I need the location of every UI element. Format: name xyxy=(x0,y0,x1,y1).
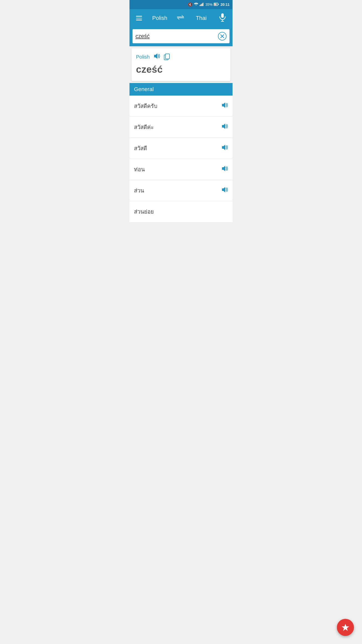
translation-text-2: สวัสดีค่ะ xyxy=(134,123,154,132)
list-item: ส่วนย่อย xyxy=(129,201,233,222)
play-button-1[interactable] xyxy=(221,102,228,110)
translation-text-1: สวัสดีครับ xyxy=(134,102,157,110)
swap-languages-button[interactable] xyxy=(175,15,186,22)
result-sound-button[interactable] xyxy=(153,53,160,61)
result-card: Polish cześć xyxy=(131,48,231,81)
translation-text-4: ท่อน xyxy=(134,165,145,174)
search-bar xyxy=(129,27,233,46)
battery-percent: 35% xyxy=(205,3,212,7)
svg-rect-2 xyxy=(202,4,202,6)
mute-icon: 🔇 xyxy=(188,2,193,7)
wifi-icon xyxy=(194,3,198,7)
result-word: cześć xyxy=(136,64,226,75)
translation-list: สวัสดีครับ สวัสดีค่ะ สวัสดี xyxy=(129,96,233,222)
source-language-button[interactable]: Polish xyxy=(144,15,175,21)
svg-marker-18 xyxy=(222,145,225,150)
time-display: 20:11 xyxy=(220,3,230,7)
signal-icon xyxy=(200,3,204,7)
svg-marker-19 xyxy=(222,166,225,171)
search-clear-button[interactable] xyxy=(218,32,227,41)
play-button-3[interactable] xyxy=(221,144,228,152)
menu-button[interactable] xyxy=(134,14,144,22)
result-language-label: Polish xyxy=(136,54,150,60)
nav-bar: Polish Thai xyxy=(129,9,233,27)
svg-rect-15 xyxy=(165,54,169,59)
svg-rect-6 xyxy=(218,4,219,5)
svg-rect-1 xyxy=(201,4,201,6)
target-language-button[interactable]: Thai xyxy=(186,15,217,21)
svg-marker-20 xyxy=(222,187,225,192)
search-input-container xyxy=(132,29,230,43)
section-header-general: General xyxy=(129,83,233,96)
svg-rect-8 xyxy=(221,13,224,18)
play-button-2[interactable] xyxy=(221,123,228,131)
svg-marker-16 xyxy=(222,102,225,108)
list-item: สวัสดีค่ะ xyxy=(129,117,233,138)
result-card-header: Polish xyxy=(136,53,226,61)
status-bar-right: 🔇 35% 20:11 xyxy=(188,2,230,7)
svg-rect-0 xyxy=(200,5,200,6)
translation-text-3: สวัสดี xyxy=(134,144,147,153)
list-item: ส่วน xyxy=(129,180,233,201)
microphone-button[interactable] xyxy=(217,11,228,25)
svg-rect-3 xyxy=(203,3,203,6)
result-copy-button[interactable] xyxy=(164,54,170,61)
play-button-4[interactable] xyxy=(221,165,228,174)
list-item: สวัสดีครับ xyxy=(129,96,233,117)
status-bar: 🔇 35% 20:11 xyxy=(129,0,233,9)
battery-icon xyxy=(214,3,219,7)
list-item: สวัสดี xyxy=(129,138,233,159)
list-item: ท่อน xyxy=(129,159,233,180)
svg-marker-13 xyxy=(154,53,157,59)
play-button-5[interactable] xyxy=(221,186,228,195)
translation-text-5: ส่วน xyxy=(134,186,144,195)
search-input[interactable] xyxy=(135,33,218,39)
translation-text-6: ส่วนย่อย xyxy=(134,207,154,216)
svg-marker-17 xyxy=(222,124,225,129)
